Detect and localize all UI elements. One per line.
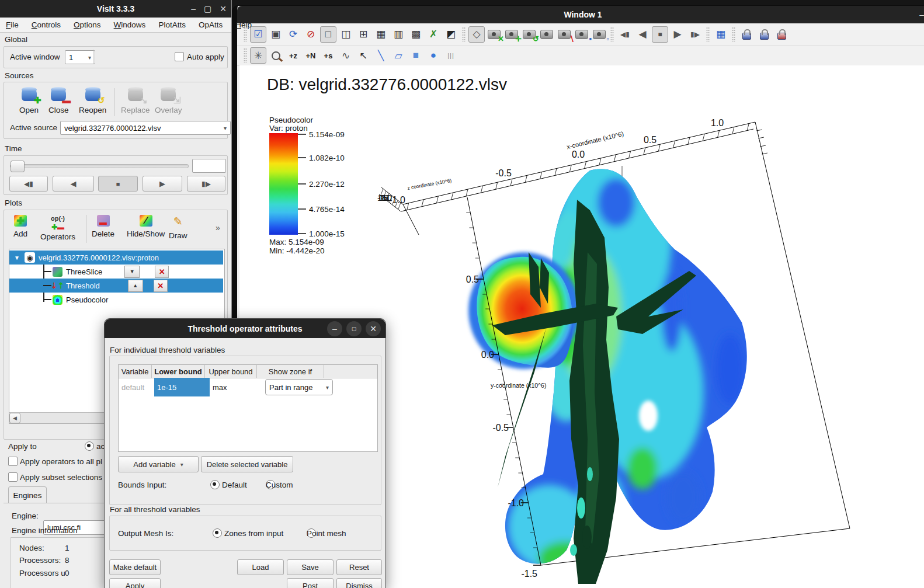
toolbar-drag-handle[interactable]	[706, 27, 710, 42]
remove-operator-button[interactable]: ✕	[154, 280, 168, 292]
navigate-compass-icon[interactable]: ✳	[250, 47, 266, 64]
time-field[interactable]	[192, 159, 226, 173]
menu-controls[interactable]: Controls	[26, 18, 67, 32]
scroll-left-button[interactable]: ◀	[9, 413, 20, 423]
timestep-forward-button[interactable]: ▮▶	[687, 26, 703, 43]
menu-opatts[interactable]: OpAtts	[193, 18, 228, 32]
copy-view-camera-icon[interactable]: ▫	[591, 26, 607, 43]
pick-tool-icon[interactable]: ↖	[355, 47, 371, 64]
add-variable-button[interactable]: Add variable▾	[118, 456, 199, 472]
play-button[interactable]: ▶	[143, 176, 182, 192]
move-down-button[interactable]: ▼	[124, 266, 140, 278]
apply-to-active-radio[interactable]	[85, 441, 94, 451]
disable-camera-icon[interactable]: ∖	[556, 26, 572, 43]
menu-options[interactable]: Options	[68, 18, 107, 32]
menu-help[interactable]: Help	[230, 18, 258, 32]
viewer-minimize-button[interactable]: –	[919, 10, 924, 19]
cell-upper-bound[interactable]: max	[210, 378, 264, 396]
delete-plot-button[interactable]: ▬ Delete	[92, 215, 114, 238]
navigate-mode-icon[interactable]: ◇	[468, 26, 485, 43]
cell-lower-bound[interactable]: 1e-15	[154, 378, 210, 396]
delete-plots-icon[interactable]: ✗	[425, 26, 442, 43]
lineout-tool-icon[interactable]: ∿	[338, 47, 354, 64]
load-button[interactable]: Load	[237, 559, 284, 575]
time-slider-handle[interactable]	[11, 161, 25, 172]
tab-engines[interactable]: Engines	[8, 486, 47, 503]
hide-show-button[interactable]: ∕ Hide/Show	[127, 215, 165, 238]
menu-windows[interactable]: Windows	[108, 18, 152, 32]
active-source-select[interactable]: velgrid.332776.0000122.vlsv▾	[60, 121, 231, 135]
zoom-s-icon[interactable]: +s	[320, 47, 336, 64]
apply-subset-checkbox[interactable]	[8, 472, 18, 482]
active-window-select[interactable]: 1▾	[65, 50, 95, 64]
replace-button[interactable]: ↘ Replace	[121, 89, 150, 114]
col-header-lower-bound[interactable]: Lower bound	[152, 365, 205, 378]
reset-view-camera-icon[interactable]: ✕	[486, 26, 502, 43]
post-button[interactable]: Post	[287, 578, 334, 588]
save-button[interactable]: Save	[287, 559, 334, 575]
zones-from-input-radio[interactable]	[213, 528, 222, 538]
layout-1x2-icon[interactable]: ◫	[338, 26, 354, 43]
layout-3x3-icon[interactable]: ▩	[408, 26, 424, 43]
snapshot-camera-icon[interactable]	[539, 26, 555, 43]
apply-button[interactable]: Apply	[109, 578, 161, 588]
minimize-button[interactable]: –	[191, 4, 196, 13]
toolbar-drag-handle[interactable]	[610, 27, 614, 42]
hide-toolbars-icon[interactable]: ◩	[443, 26, 459, 43]
plot-row-pseudocolor[interactable]: Pseudocolor	[9, 293, 223, 307]
make-default-button[interactable]: Make default	[109, 559, 161, 575]
menu-plotatts[interactable]: PlotAtts	[152, 18, 192, 32]
main-titlebar[interactable]: VisIt 3.3.3 – ▢ ✕	[0, 0, 231, 18]
play-reverse-button[interactable]: ◀	[634, 26, 651, 43]
cell-variable[interactable]: default	[119, 378, 154, 396]
time-slider[interactable]	[10, 164, 189, 168]
line-tool-icon[interactable]: ╲	[373, 47, 389, 64]
stop-button[interactable]: ■	[652, 26, 668, 43]
col-header-show-zone-if[interactable]: Show zone if	[257, 365, 324, 378]
add-plot-button[interactable]: ✚ Add	[13, 215, 27, 238]
close-button[interactable]: ✕	[220, 4, 227, 13]
overlay-button[interactable]: ⇲ Overlay	[155, 89, 182, 114]
stop-button[interactable]: ■	[98, 176, 138, 192]
viewer-titlebar[interactable]: Window 1 –	[237, 6, 924, 23]
maximize-button[interactable]: ▢	[204, 4, 211, 13]
zoom-tool-icon[interactable]	[268, 47, 284, 64]
toolbar-drag-handle[interactable]	[244, 48, 247, 63]
dialog-titlebar[interactable]: Threshold operator attributes – ▢ ✕	[105, 319, 385, 338]
apply-operators-checkbox[interactable]	[8, 457, 18, 466]
delete-window-icon[interactable]: ⊘	[303, 26, 319, 43]
new-window-icon[interactable]: ▣	[268, 26, 284, 43]
col-header-variable[interactable]: Variable	[119, 365, 152, 378]
auto-apply-checkbox[interactable]	[175, 52, 184, 61]
remove-operator-button[interactable]: ✕	[155, 266, 169, 278]
layout-2x3-icon[interactable]: ▦	[373, 26, 389, 43]
spreadsheet-icon[interactable]: ▦	[713, 26, 729, 43]
open-button[interactable]: ✚ Open	[19, 89, 39, 114]
play-button[interactable]: ▶	[669, 26, 686, 43]
draw-button[interactable]: ✎ Draw	[169, 215, 187, 240]
delete-variable-button[interactable]: Delete selected variable	[201, 456, 293, 472]
layout-2x2-icon[interactable]: ⊞	[355, 26, 371, 43]
plane-tool-icon[interactable]: ▱	[390, 47, 407, 64]
zoom-z-icon[interactable]: +z	[285, 47, 301, 64]
zoom-n-icon[interactable]: +N	[303, 47, 319, 64]
dialog-close-button[interactable]: ✕	[366, 321, 381, 336]
dialog-minimize-button[interactable]: –	[327, 321, 342, 336]
reopen-button[interactable]: ↺ Reopen	[79, 89, 106, 114]
operator-row-threeslice[interactable]: ThreeSlice ▼ ✕	[9, 265, 223, 279]
plot-row-header[interactable]: ▼ ◉ velgrid.332776.0000122.vlsv:proton	[9, 250, 223, 265]
layout-1x1-icon[interactable]: □	[320, 26, 336, 43]
layout-2x4-icon[interactable]: ▥	[390, 26, 407, 43]
col-header-upper-bound[interactable]: Upper bound	[205, 365, 257, 378]
recenter-view-camera-icon[interactable]: ✛	[503, 26, 520, 43]
clone-window-icon[interactable]: ⟳	[285, 26, 301, 43]
close-source-button[interactable]: ▬ Close	[48, 89, 69, 114]
view-lock-icon[interactable]	[738, 26, 755, 43]
timestep-back-button[interactable]: ◀▮	[9, 176, 48, 192]
toolbar-drag-handle[interactable]	[462, 27, 466, 42]
dialog-maximize-button[interactable]: ▢	[346, 321, 362, 336]
toolbar-drag-handle[interactable]	[732, 27, 735, 42]
point-tool-icon[interactable]: |||	[443, 47, 459, 64]
play-reverse-button[interactable]: ◀	[53, 176, 94, 192]
expander-icon[interactable]: ▼	[9, 255, 25, 261]
